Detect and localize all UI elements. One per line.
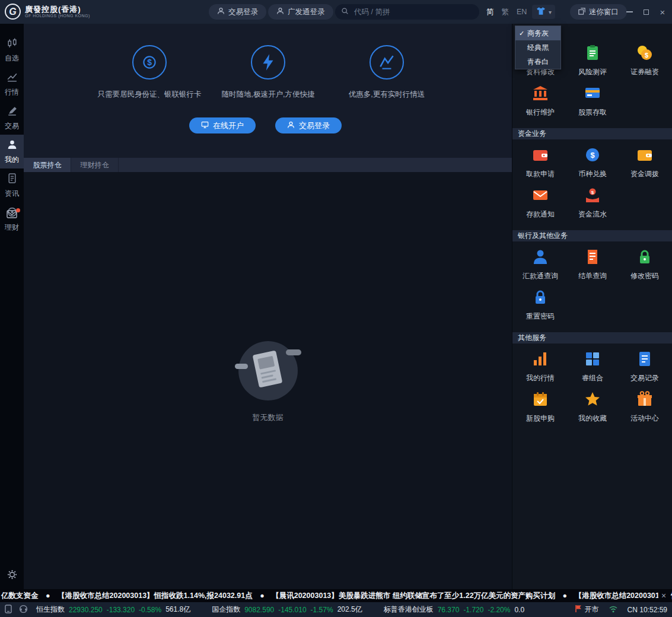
service-my-quotes[interactable]: 我的行情 bbox=[514, 350, 566, 388]
gift-icon bbox=[636, 390, 654, 411]
sidebar-item-quotes[interactable]: 行情 bbox=[0, 67, 24, 101]
search-input[interactable] bbox=[353, 7, 473, 17]
index-value: 22930.250 bbox=[69, 606, 103, 614]
service-label: 我的收藏 bbox=[578, 414, 607, 424]
settings-button[interactable] bbox=[0, 570, 24, 582]
banner-trade-login-button[interactable]: 交易登录 bbox=[275, 117, 342, 133]
service-fund-transfer[interactable]: 资金调拨 bbox=[619, 146, 671, 184]
service-label: 结单查询 bbox=[578, 271, 607, 281]
sidebar-item-mine[interactable]: 我的 bbox=[0, 135, 24, 168]
lang-traditional[interactable]: 繁 bbox=[502, 7, 509, 17]
close-button[interactable]: × bbox=[654, 0, 671, 24]
service-label: 风险测评 bbox=[578, 67, 607, 77]
service-bank-maintenance[interactable]: 银行维护 bbox=[514, 84, 566, 122]
lang-english[interactable]: EN bbox=[517, 8, 527, 16]
services-other-grid: 我的行情 睿组合 交易记录 新股申购 bbox=[512, 350, 672, 431]
service-activity-center[interactable]: 活动中心 bbox=[619, 390, 671, 428]
grid-icon bbox=[584, 350, 601, 370]
chevron-down-icon: ▾ bbox=[549, 9, 552, 15]
news-ticker-text[interactable]: 亿数支资金 ● 【港股收市总结202003013】恒指收跌1.14%,报2403… bbox=[0, 591, 672, 601]
service-smart-portfolio[interactable]: 睿组合 bbox=[566, 350, 619, 388]
pen-icon bbox=[7, 105, 18, 119]
theme-option-youth-white[interactable]: 青春白 bbox=[515, 55, 560, 69]
lightning-circle-icon bbox=[251, 45, 285, 79]
trade-login-button[interactable]: 交易登录 bbox=[209, 4, 266, 20]
wifi-icon[interactable] bbox=[609, 605, 618, 615]
tab-wealth-positions[interactable]: 理财持仓 bbox=[71, 158, 119, 172]
service-label: 股票存取 bbox=[578, 107, 607, 117]
messages-button[interactable] bbox=[0, 210, 24, 221]
language-switcher: 简 繁 EN bbox=[486, 0, 527, 24]
service-remittance-query[interactable]: 汇款通查询 bbox=[514, 248, 566, 286]
service-withdrawal[interactable]: 取款申请 bbox=[514, 146, 566, 184]
theme-option-classic-black[interactable]: 经典黑 bbox=[515, 40, 560, 55]
theme-option-business-gray[interactable]: ✓ 商务灰 bbox=[515, 26, 560, 40]
service-deposit-notice[interactable]: 存款通知 bbox=[514, 186, 566, 224]
app-title: 廣發控股(香港) bbox=[25, 5, 90, 14]
service-change-password[interactable]: 修改密码 bbox=[619, 248, 671, 286]
cloud-shape bbox=[235, 364, 248, 369]
theme-option-label: 商务灰 bbox=[527, 28, 549, 39]
index-turnover: 0.0 bbox=[514, 606, 524, 614]
service-margin-financing[interactable]: $ 证券融资 bbox=[619, 44, 671, 82]
service-ipo-subscription[interactable]: 新股申购 bbox=[514, 390, 566, 428]
section-header-funds: 资金业务 bbox=[512, 128, 672, 139]
person-icon bbox=[531, 248, 549, 268]
person-icon bbox=[217, 7, 225, 17]
news-close-button[interactable]: × bbox=[658, 589, 669, 602]
service-currency-exchange[interactable]: $ 币种兑换 bbox=[566, 146, 619, 184]
index-sp-gem[interactable]: 标普香港创业板 76.370 -1.720 -2.20% 0.0 bbox=[384, 605, 524, 615]
mobile-app-icon[interactable] bbox=[5, 605, 12, 615]
sidebar-item-label: 我的 bbox=[5, 155, 19, 165]
mini-window-button[interactable]: 迷你窗口 bbox=[570, 4, 627, 20]
app-subtitle: GF HOLDINGS (HONG KONG) bbox=[25, 14, 90, 18]
empty-state: 暂无数据 bbox=[24, 341, 512, 423]
paper-shape bbox=[252, 350, 282, 387]
service-fund-flow[interactable]: $ 资金流水 bbox=[566, 186, 619, 224]
feature-caption: 随时随地,极速开户,方便快捷 bbox=[203, 90, 333, 100]
region-clock: CN 10:52:59 bbox=[628, 606, 667, 614]
index-hsi[interactable]: 恒生指数 22930.250 -133.320 -0.58% 561.8亿 bbox=[36, 605, 190, 615]
service-favorites[interactable]: 我的收藏 bbox=[566, 390, 619, 428]
service-stock-deposit[interactable]: 股票存取 bbox=[566, 84, 619, 122]
service-trade-records[interactable]: 交易记录 bbox=[619, 350, 671, 388]
service-statement-query[interactable]: 结单查询 bbox=[566, 248, 619, 286]
service-reset-password[interactable]: 重置密码 bbox=[514, 288, 566, 326]
svg-text:$: $ bbox=[645, 52, 648, 59]
sidebar-item-label: 交易 bbox=[5, 121, 19, 131]
services-funds-grid: 取款申请 $ 币种兑换 资金调拨 存款通知 bbox=[512, 146, 672, 227]
minimize-button[interactable] bbox=[621, 0, 638, 24]
sidebar-item-news[interactable]: 资讯 bbox=[0, 168, 24, 202]
search-box[interactable] bbox=[335, 4, 479, 20]
news-doc-icon bbox=[7, 173, 18, 186]
service-label: 汇款通查询 bbox=[523, 271, 558, 281]
maximize-button[interactable] bbox=[638, 0, 654, 24]
maximize-icon bbox=[644, 9, 649, 15]
service-label: 证券融资 bbox=[630, 67, 659, 77]
sidebar-item-watchlist[interactable]: 自选 bbox=[0, 33, 24, 67]
svg-text:$: $ bbox=[591, 190, 594, 195]
sidebar-item-label: 理财 bbox=[5, 222, 19, 233]
theme-switcher-button[interactable]: ▾ bbox=[532, 5, 555, 19]
receipt-icon bbox=[584, 248, 601, 268]
gftong-login-label: 广发通登录 bbox=[288, 7, 325, 17]
coins-icon: $ bbox=[636, 44, 654, 64]
dollar-circle-icon: $ bbox=[132, 45, 167, 79]
gftong-login-button[interactable]: 广发通登录 bbox=[268, 4, 333, 20]
index-hscei[interactable]: 国企指数 9082.590 -145.010 -1.57% 202.5亿 bbox=[212, 605, 362, 615]
customer-service-icon[interactable] bbox=[19, 605, 28, 615]
service-risk-assessment[interactable]: 风险测评 bbox=[566, 44, 619, 82]
status-bar: 恒生指数 22930.250 -133.320 -0.58% 561.8亿 国企… bbox=[0, 602, 672, 617]
lang-simplified[interactable]: 简 bbox=[486, 7, 494, 17]
empty-illustration bbox=[238, 341, 298, 400]
tab-stock-positions[interactable]: 股票持仓 bbox=[24, 158, 71, 172]
feature-caption: 优惠多,更有实时行情送 bbox=[321, 90, 452, 100]
feature-id-card: $ 只需要居民身份证、银联银行卡 bbox=[84, 45, 215, 100]
gear-icon bbox=[7, 570, 17, 582]
open-account-button[interactable]: 在线开户 bbox=[189, 117, 256, 133]
svg-text:$: $ bbox=[590, 151, 595, 160]
zigzag-circle-icon bbox=[370, 45, 404, 79]
tshirt-icon bbox=[536, 6, 546, 18]
sidebar-item-trade[interactable]: 交易 bbox=[0, 101, 24, 135]
main-content: $ 只需要居民身份证、银联银行卡 随时随地,极速开户,方便快捷 优惠多,更有实时… bbox=[24, 24, 512, 589]
